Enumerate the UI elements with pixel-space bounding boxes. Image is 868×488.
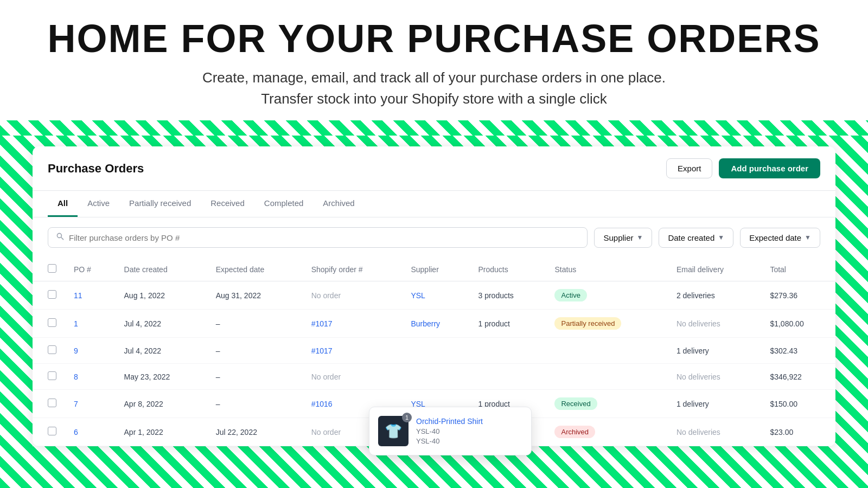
total-cell: $346,922	[761, 364, 835, 390]
row-checkbox[interactable]	[48, 345, 56, 354]
search-input[interactable]	[69, 233, 579, 242]
col-header-shopify-order: Shopify order #	[303, 258, 403, 281]
products-cell	[470, 364, 546, 390]
product-variant-2: YSL-40	[416, 437, 483, 445]
email-delivery-cell: No deliveries	[668, 364, 762, 390]
expected-date-cell: Jul 22, 2022	[207, 418, 303, 446]
total-cell: $23.00	[761, 418, 835, 446]
col-header-status: Status	[546, 258, 667, 281]
purchase-orders-card: Purchase Orders Export Add purchase orde…	[33, 146, 835, 446]
search-wrapper	[48, 227, 588, 248]
status-cell: Partially received	[546, 310, 667, 338]
shopify-order-cell: No order	[303, 281, 403, 310]
tabs-bar: All Active Partially received Received C…	[33, 191, 835, 217]
po-link[interactable]: 9	[74, 346, 78, 355]
status-cell: Received	[546, 390, 667, 418]
tab-partially-received[interactable]: Partially received	[119, 191, 201, 217]
status-badge: Partially received	[554, 317, 621, 330]
status-cell: Active	[546, 281, 667, 310]
add-purchase-order-button[interactable]: Add purchase order	[719, 158, 820, 178]
shopify-order-text: No order	[311, 373, 341, 381]
row-checkbox[interactable]	[48, 371, 56, 380]
shopify-order-link[interactable]: #1017	[311, 346, 333, 355]
supplier-link[interactable]: YSL	[411, 291, 425, 300]
products-cell: 1 product	[470, 310, 546, 338]
chevron-down-icon: ▼	[805, 234, 811, 241]
shopify-order-text: No order	[311, 428, 341, 436]
row-checkbox[interactable]	[48, 399, 56, 407]
po-link[interactable]: 6	[74, 428, 78, 436]
expected-date-cell: –	[207, 390, 303, 418]
shopify-order-cell: No order	[303, 364, 403, 390]
date-created-cell: Jul 4, 2022	[116, 310, 207, 338]
chevron-down-icon: ▼	[637, 234, 643, 241]
po-link[interactable]: 11	[74, 291, 82, 300]
shopify-order-link[interactable]: #1017	[311, 319, 333, 328]
shopify-order-link[interactable]: #1016	[311, 400, 333, 408]
filters-row: Supplier ▼ Date created ▼ Expected date …	[33, 217, 835, 258]
expected-date-cell: –	[207, 310, 303, 338]
col-header-total: Total	[761, 258, 835, 281]
date-created-filter-button[interactable]: Date created ▼	[659, 228, 733, 248]
total-cell: $302.43	[761, 338, 835, 364]
product-variant-1: YSL-40	[416, 427, 483, 435]
table-row: 8 May 23, 2022 – No order No deliveries …	[33, 364, 835, 390]
expected-date-filter-button[interactable]: Expected date ▼	[740, 228, 820, 248]
supplier-filter-button[interactable]: Supplier ▼	[594, 228, 652, 248]
table-row: 11 Aug 1, 2022 Aug 31, 2022 No order YSL…	[33, 281, 835, 310]
expected-date-cell: –	[207, 338, 303, 364]
shopify-order-cell: #1017	[303, 310, 403, 338]
export-button[interactable]: Export	[666, 158, 712, 178]
supplier-link[interactable]: Burberry	[411, 319, 440, 328]
status-badge: Received	[554, 397, 597, 410]
tab-active[interactable]: Active	[78, 191, 119, 217]
po-link[interactable]: 7	[74, 400, 78, 408]
po-link[interactable]: 1	[74, 319, 78, 328]
date-created-cell: Aug 1, 2022	[116, 281, 207, 310]
shirt-icon: 👕	[385, 423, 402, 440]
tab-received[interactable]: Received	[201, 191, 254, 217]
chevron-down-icon: ▼	[718, 234, 724, 241]
status-badge: Active	[554, 289, 586, 301]
search-icon	[56, 232, 65, 243]
supplier-cell	[402, 364, 469, 390]
tooltip-info: Orchid-Printed Shirt YSL-40 YSL-40	[416, 417, 483, 445]
shopify-order-text: No order	[311, 291, 341, 300]
col-header-expected-date: Expected date	[207, 258, 303, 281]
expected-date-cell: –	[207, 364, 303, 390]
date-created-cell: Apr 8, 2022	[116, 390, 207, 418]
col-header-po: PO #	[65, 258, 116, 281]
email-delivery-cell: 1 delivery	[668, 338, 762, 364]
hero-subtitle-1: Create, manage, email, and track all of …	[11, 67, 857, 110]
expected-date-cell: Aug 31, 2022	[207, 281, 303, 310]
col-header-date-created: Date created	[116, 258, 207, 281]
email-delivery-cell: No deliveries	[668, 418, 762, 446]
date-created-cell: May 23, 2022	[116, 364, 207, 390]
product-name[interactable]: Orchid-Printed Shirt	[416, 417, 483, 426]
hero-section: HOME FOR YOUR PURCHASE ORDERS Create, ma…	[0, 0, 868, 120]
status-cell: Archived	[546, 418, 667, 446]
col-header-email-delivery: Email delivery	[668, 258, 762, 281]
tab-completed[interactable]: Completed	[254, 191, 314, 217]
product-tooltip: 👕 1 Orchid-Printed Shirt YSL-40 YSL-40	[369, 407, 532, 455]
date-created-cell: Apr 1, 2022	[116, 418, 207, 446]
tab-all[interactable]: All	[48, 191, 78, 217]
table-row: 9 Jul 4, 2022 – #1017 1 delivery $302.43	[33, 338, 835, 364]
main-wrapper: Purchase Orders Export Add purchase orde…	[0, 136, 868, 488]
status-cell	[546, 364, 667, 390]
total-cell: $1,080.00	[761, 310, 835, 338]
email-delivery-cell: 1 delivery	[668, 390, 762, 418]
supplier-cell	[402, 338, 469, 364]
hero-title: HOME FOR YOUR PURCHASE ORDERS	[11, 16, 857, 61]
row-checkbox[interactable]	[48, 290, 56, 299]
select-all-checkbox[interactable]	[48, 264, 56, 273]
date-created-cell: Jul 4, 2022	[116, 338, 207, 364]
total-cell: $150.00	[761, 390, 835, 418]
stripe-border-top	[0, 120, 868, 136]
po-link[interactable]: 8	[74, 373, 78, 381]
card-header: Purchase Orders Export Add purchase orde…	[33, 146, 835, 191]
products-cell	[470, 338, 546, 364]
row-checkbox[interactable]	[48, 318, 56, 327]
row-checkbox[interactable]	[48, 427, 56, 435]
tab-archived[interactable]: Archived	[313, 191, 364, 217]
